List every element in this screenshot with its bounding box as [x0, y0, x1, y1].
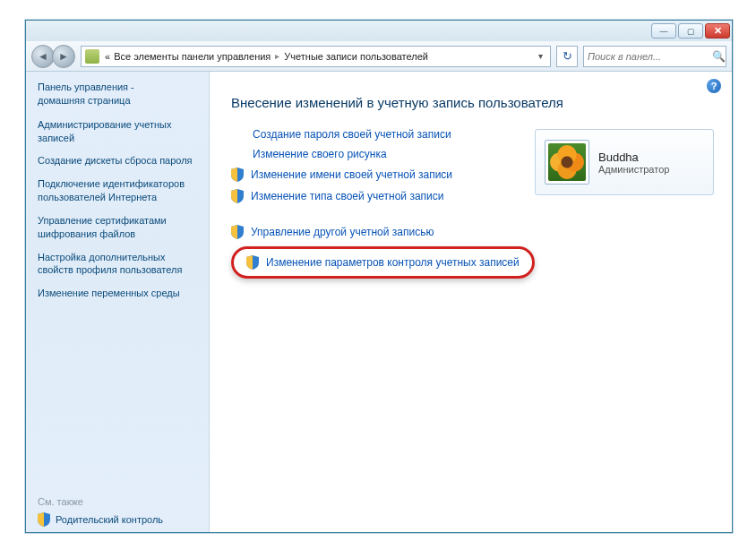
shield-icon [38, 512, 50, 527]
flower-icon [548, 143, 586, 181]
sidebar-link-parental-control[interactable]: Родительский контроль [38, 512, 200, 527]
search-box[interactable]: 🔍 [583, 46, 726, 67]
task-links-bottom: Управление другой учетной записью Измене… [231, 225, 714, 279]
sidebar-link-encryption-certs[interactable]: Управление сертификатами шифрования файл… [38, 214, 200, 241]
close-button[interactable]: ✕ [705, 23, 730, 39]
user-role: Администратор [598, 164, 669, 175]
maximize-button[interactable]: ▢ [678, 23, 703, 39]
shield-icon [231, 168, 244, 182]
search-input[interactable] [588, 51, 712, 62]
page-title: Внесение изменений в учетную запись поль… [231, 95, 714, 110]
breadcrumb-dropdown-icon[interactable]: ▾ [535, 51, 546, 61]
refresh-button[interactable]: ↻ [556, 46, 578, 67]
nav-row: ◄ ► « Все элементы панели управления ▸ У… [26, 41, 732, 72]
sidebar-link-password-reset-disk[interactable]: Создание дискеты сброса пароля [38, 154, 200, 168]
user-accounts-icon [85, 49, 99, 64]
sidebar-home-link[interactable]: Панель управления -домашняя страница [38, 81, 200, 107]
sidebar-link-profile-props[interactable]: Настройка дополнительных свойств профиля… [38, 251, 200, 278]
shield-icon [246, 255, 259, 270]
link-manage-other-account[interactable]: Управление другой учетной записью [231, 225, 714, 239]
breadcrumb-prefix: « [105, 51, 110, 62]
sidebar-link-env-vars[interactable]: Изменение переменных среды [38, 287, 200, 300]
account-text: Buddha Администратор [598, 150, 669, 175]
control-panel-window: — ▢ ✕ ◄ ► « Все элементы панели управлен… [25, 20, 733, 533]
body: Панель управления -домашняя страница Адм… [26, 72, 732, 532]
search-icon: 🔍 [712, 50, 726, 63]
breadcrumb-sep-icon: ▸ [271, 51, 284, 61]
breadcrumb-bar[interactable]: « Все элементы панели управления ▸ Учетн… [81, 46, 551, 67]
titlebar: — ▢ ✕ [26, 21, 732, 41]
shield-icon [231, 225, 244, 239]
sidebar-link-online-ids[interactable]: Подключение идентификаторов пользователе… [38, 177, 200, 204]
sidebar-link-admin-accounts[interactable]: Администрирование учетных записей [38, 118, 200, 145]
link-uac-settings[interactable]: Изменение параметров контроля учетных за… [231, 246, 535, 279]
breadcrumb-part-2[interactable]: Учетные записи пользователей [284, 51, 428, 62]
parental-control-label: Родительский контроль [56, 514, 163, 525]
content: ? Внесение изменений в учетную запись по… [210, 72, 732, 532]
nav-buttons: ◄ ► [31, 45, 75, 68]
sidebar-footer: См. также Родительский контроль [38, 496, 200, 527]
current-account-box: Buddha Администратор [535, 129, 714, 195]
forward-button[interactable]: ► [52, 45, 75, 68]
user-picture [545, 140, 589, 185]
refresh-icon: ↻ [563, 49, 572, 63]
sidebar: Панель управления -домашняя страница Адм… [26, 72, 210, 532]
minimize-button[interactable]: — [651, 23, 676, 39]
help-button[interactable]: ? [707, 79, 721, 93]
shield-icon [231, 189, 244, 203]
user-name: Buddha [598, 150, 669, 164]
breadcrumb-part-1[interactable]: Все элементы панели управления [114, 51, 271, 62]
see-also-label: См. также [38, 496, 200, 507]
